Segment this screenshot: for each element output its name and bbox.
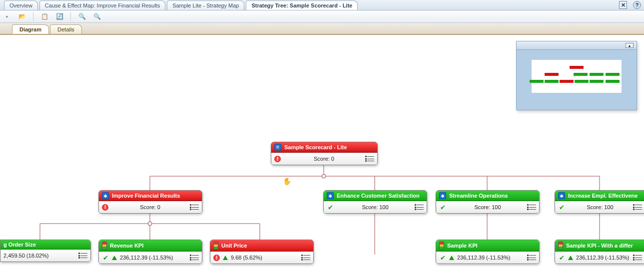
- node-streamline-ops[interactable]: Streamline Operations Score: 100: [436, 190, 540, 214]
- check-icon: [558, 204, 565, 211]
- tab-strategy-tree[interactable]: Strategy Tree: Sample Scorecard - Lite: [246, 0, 358, 10]
- minimap-panel[interactable]: ▴: [516, 41, 637, 110]
- node-title: Enhance Customer Satisfaction: [337, 193, 420, 199]
- node-menu-button[interactable]: [417, 205, 424, 210]
- minimap-header: ▴: [517, 41, 637, 50]
- traffic-light-icon: [213, 242, 218, 250]
- node-title: Revenue KPI: [110, 243, 143, 249]
- trend-up-icon: [223, 256, 228, 260]
- objective-icon: [558, 192, 565, 199]
- node-title: Improve Financial Results: [112, 193, 180, 199]
- node-title: Sample KPI - With a differ: [566, 243, 633, 249]
- node-menu-button[interactable]: [635, 205, 642, 210]
- node-employee-effectiveness[interactable]: Increase Empl. Effectivene Score: 100: [555, 190, 644, 214]
- traffic-light-icon: [558, 242, 563, 250]
- pan-cursor-icon: ✋: [283, 177, 291, 185]
- node-value: 236,112.39 (-11.53%): [120, 255, 173, 261]
- node-menu-button[interactable]: [192, 255, 199, 260]
- toolbar-separator: [33, 12, 33, 21]
- scorecard-icon: [274, 144, 281, 151]
- node-value: 9.68 (5.62%): [231, 255, 262, 261]
- toolbar: ▫ 📂 📋 🔄 🔍 🔍: [0, 10, 644, 23]
- node-enhance-customer[interactable]: Enhance Customer Satisfaction Score: 100: [323, 190, 427, 214]
- node-menu-button[interactable]: [80, 253, 87, 258]
- check-icon: [439, 204, 446, 211]
- node-sample-kpi-diff[interactable]: Sample KPI - With a differ 236,112.39 (-…: [555, 240, 644, 264]
- check-icon: [327, 204, 334, 211]
- node-menu-button[interactable]: [529, 255, 536, 260]
- traffic-light-icon: [102, 242, 107, 250]
- check-icon: [558, 254, 565, 261]
- node-title: Streamline Operations: [449, 193, 508, 199]
- subtab-details[interactable]: Details: [50, 24, 82, 34]
- tab-overview[interactable]: Overview: [4, 0, 38, 10]
- node-score: Score: 100: [449, 204, 526, 210]
- minimap-collapse-button[interactable]: ▴: [626, 43, 634, 48]
- trend-up-icon: [568, 256, 573, 260]
- tab-strategy-map[interactable]: Sample Lite - Strategy Map: [167, 0, 244, 10]
- node-revenue-kpi[interactable]: Revenue KPI 236,112.39 (-11.53%): [98, 240, 202, 264]
- node-title: Sample KPI: [447, 243, 478, 249]
- node-title: Unit Price: [221, 243, 247, 249]
- svg-point-14: [322, 174, 326, 178]
- node-menu-button[interactable]: [192, 205, 199, 210]
- objective-icon: [327, 192, 334, 199]
- traffic-light-icon: [439, 242, 444, 250]
- node-menu-button[interactable]: [635, 255, 642, 260]
- close-tab-button[interactable]: ✕: [619, 1, 627, 9]
- node-value: 236,112.39 (-11.53%): [576, 255, 629, 261]
- objective-icon: [439, 192, 446, 199]
- node-unit-price-kpi[interactable]: Unit Price 9.68 (5.62%): [210, 240, 314, 264]
- new-button[interactable]: ▫: [3, 12, 11, 20]
- node-order-size-kpi[interactable]: g Order Size 2,459.50 (18.02%): [0, 240, 91, 262]
- svg-point-15: [148, 222, 152, 226]
- node-title: Sample Scorecard - Lite: [284, 144, 347, 150]
- toolbar-separator: [70, 12, 71, 21]
- refresh-button[interactable]: 🔄: [55, 12, 63, 20]
- node-menu-button[interactable]: [303, 255, 310, 260]
- node-menu-button[interactable]: [529, 205, 536, 210]
- zoom-out-button[interactable]: 🔍: [93, 12, 101, 20]
- warning-icon: [102, 204, 108, 211]
- node-score: Score: 100: [568, 204, 632, 210]
- node-sample-kpi[interactable]: Sample KPI 236,112.39 (-11.53%): [436, 240, 540, 264]
- trend-up-icon: [112, 256, 117, 260]
- properties-button[interactable]: 📋: [40, 12, 48, 20]
- subtab-diagram[interactable]: Diagram: [12, 24, 49, 34]
- node-score: Score: 0: [284, 156, 364, 162]
- trend-up-icon: [449, 256, 454, 260]
- node-improve-financial[interactable]: Improve Financial Results Score: 0: [98, 190, 202, 214]
- node-title: Increase Empl. Effectivene: [568, 193, 638, 199]
- check-icon: [102, 254, 109, 261]
- node-title: g Order Size: [3, 242, 36, 248]
- objective-icon: [102, 192, 109, 199]
- main-tabbar: Overview Cause & Effect Map: Improve Fin…: [0, 0, 644, 10]
- check-icon: [439, 254, 446, 261]
- help-button[interactable]: ?: [633, 1, 641, 9]
- node-value: 236,112.39 (-11.53%): [457, 255, 510, 261]
- node-value: 2,459.50 (18.02%): [3, 253, 49, 259]
- zoom-in-button[interactable]: 🔍: [78, 12, 86, 20]
- minimap-canvas[interactable]: [532, 60, 622, 93]
- warning-icon: [213, 255, 220, 261]
- node-score: Score: 100: [337, 204, 414, 210]
- node-scorecard-root[interactable]: Sample Scorecard - Lite Score: 0: [271, 142, 378, 165]
- open-button[interactable]: 📂: [18, 12, 26, 20]
- node-score: Score: 0: [111, 204, 189, 210]
- node-menu-button[interactable]: [367, 156, 374, 161]
- diagram-canvas[interactable]: Sample Scorecard - Lite Score: 0 Improve…: [0, 35, 644, 276]
- view-tabbar: Diagram Details: [0, 23, 644, 35]
- tab-cause-effect[interactable]: Cause & Effect Map: Improve Financial Re…: [39, 0, 165, 10]
- warning-icon: [274, 156, 281, 162]
